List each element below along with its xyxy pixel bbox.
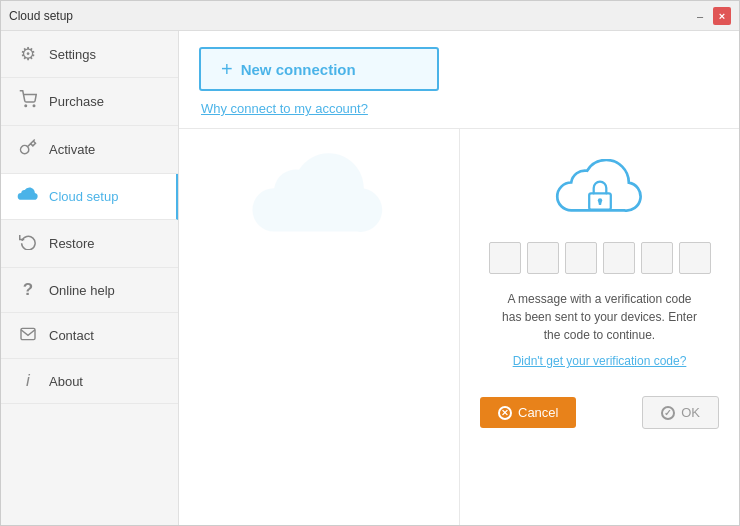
- sidebar-label-about: About: [49, 374, 83, 389]
- verification-message: A message with a verification code has b…: [500, 290, 700, 344]
- main-content: ⚙ Settings Purchase Activat: [1, 31, 739, 525]
- about-icon: i: [17, 371, 39, 391]
- cancel-circle-icon: ✕: [498, 406, 512, 420]
- code-box-6[interactable]: [679, 242, 711, 274]
- sidebar-item-purchase[interactable]: Purchase: [1, 78, 178, 126]
- sidebar: ⚙ Settings Purchase Activat: [1, 31, 179, 525]
- online-help-icon: ?: [17, 280, 39, 300]
- sidebar-item-contact[interactable]: Contact: [1, 313, 178, 359]
- sidebar-label-restore: Restore: [49, 236, 95, 251]
- why-connect-link[interactable]: Why connect to my account?: [199, 101, 719, 116]
- settings-icon: ⚙: [17, 43, 39, 65]
- sidebar-item-about[interactable]: i About: [1, 359, 178, 404]
- watermark: [199, 149, 439, 240]
- sidebar-item-settings[interactable]: ⚙ Settings: [1, 31, 178, 78]
- minimize-button[interactable]: –: [691, 7, 709, 25]
- verification-panel: A message with a verification code has b…: [459, 129, 739, 525]
- svg-rect-2: [21, 328, 35, 339]
- sidebar-label-online-help: Online help: [49, 283, 115, 298]
- cancel-button[interactable]: ✕ Cancel: [480, 397, 576, 428]
- ok-circle-icon: ✓: [661, 406, 675, 420]
- restore-icon: [17, 232, 39, 255]
- code-box-4[interactable]: [603, 242, 635, 274]
- sidebar-item-cloud-setup[interactable]: Cloud setup: [1, 174, 178, 220]
- plus-icon: +: [221, 59, 233, 79]
- window-title: Cloud setup: [9, 9, 73, 23]
- sidebar-item-online-help[interactable]: ? Online help: [1, 268, 178, 313]
- sidebar-label-purchase: Purchase: [49, 94, 104, 109]
- new-connection-button[interactable]: + New connection: [199, 47, 439, 91]
- ok-label: OK: [681, 405, 700, 420]
- cancel-label: Cancel: [518, 405, 558, 420]
- main-panel: A message with a verification code has b…: [179, 129, 739, 525]
- sidebar-item-restore[interactable]: Restore: [1, 220, 178, 268]
- cloud-setup-icon: [17, 186, 39, 207]
- ok-button[interactable]: ✓ OK: [642, 396, 719, 429]
- sidebar-label-settings: Settings: [49, 47, 96, 62]
- titlebar-controls: – ×: [691, 7, 731, 25]
- sidebar-label-cloud-setup: Cloud setup: [49, 189, 118, 204]
- sidebar-label-activate: Activate: [49, 142, 95, 157]
- verification-code-inputs: [489, 242, 711, 274]
- new-connection-label: New connection: [241, 61, 356, 78]
- sidebar-label-contact: Contact: [49, 328, 94, 343]
- main-area: + New connection Why connect to my accou…: [179, 31, 739, 525]
- code-box-2[interactable]: [527, 242, 559, 274]
- code-box-5[interactable]: [641, 242, 673, 274]
- main-top-section: + New connection Why connect to my accou…: [179, 31, 739, 129]
- svg-rect-5: [598, 201, 601, 205]
- code-box-1[interactable]: [489, 242, 521, 274]
- svg-point-1: [33, 105, 35, 107]
- titlebar: Cloud setup – ×: [1, 1, 739, 31]
- contact-icon: [17, 325, 39, 346]
- cloud-setup-window: Cloud setup – × ⚙ Settings Purchase: [0, 0, 740, 526]
- left-panel: [179, 129, 459, 525]
- svg-point-0: [25, 105, 27, 107]
- purchase-icon: [17, 90, 39, 113]
- sidebar-item-activate[interactable]: Activate: [1, 126, 178, 174]
- cloud-lock-icon: [555, 159, 645, 224]
- code-box-3[interactable]: [565, 242, 597, 274]
- close-button[interactable]: ×: [713, 7, 731, 25]
- action-buttons: ✕ Cancel ✓ OK: [480, 396, 719, 429]
- activate-icon: [17, 138, 39, 161]
- didnt-get-link[interactable]: Didn't get your verification code?: [513, 354, 687, 368]
